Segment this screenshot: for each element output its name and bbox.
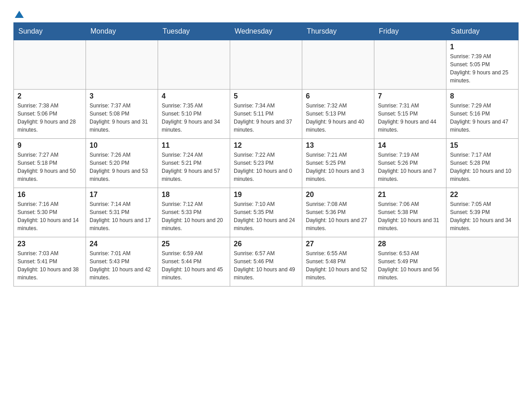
calendar-cell bbox=[374, 40, 446, 90]
calendar-cell: 16Sunrise: 7:16 AM Sunset: 5:30 PM Dayli… bbox=[14, 188, 86, 237]
calendar-cell: 2Sunrise: 7:38 AM Sunset: 5:06 PM Daylig… bbox=[14, 90, 86, 139]
calendar-cell: 14Sunrise: 7:19 AM Sunset: 5:26 PM Dayli… bbox=[374, 139, 446, 188]
day-info: Sunrise: 7:08 AM Sunset: 5:36 PM Dayligh… bbox=[306, 200, 370, 232]
calendar-cell: 18Sunrise: 7:12 AM Sunset: 5:33 PM Dayli… bbox=[158, 188, 230, 237]
col-header-saturday: Saturday bbox=[446, 23, 519, 40]
day-info: Sunrise: 7:31 AM Sunset: 5:15 PM Dayligh… bbox=[378, 102, 442, 134]
calendar-cell: 1Sunrise: 7:39 AM Sunset: 5:05 PM Daylig… bbox=[446, 40, 519, 90]
day-number: 20 bbox=[306, 191, 370, 199]
col-header-friday: Friday bbox=[374, 23, 446, 40]
calendar-cell: 17Sunrise: 7:14 AM Sunset: 5:31 PM Dayli… bbox=[86, 188, 158, 237]
day-info: Sunrise: 6:59 AM Sunset: 5:44 PM Dayligh… bbox=[162, 249, 226, 282]
day-number: 13 bbox=[306, 141, 370, 150]
day-number: 23 bbox=[17, 240, 82, 248]
calendar-table: SundayMondayTuesdayWednesdayThursdayFrid… bbox=[13, 22, 519, 287]
calendar-cell: 15Sunrise: 7:17 AM Sunset: 5:28 PM Dayli… bbox=[446, 139, 519, 188]
calendar-header-row: SundayMondayTuesdayWednesdayThursdayFrid… bbox=[14, 23, 519, 40]
day-info: Sunrise: 7:34 AM Sunset: 5:11 PM Dayligh… bbox=[234, 102, 298, 134]
calendar-cell: 25Sunrise: 6:59 AM Sunset: 5:44 PM Dayli… bbox=[158, 237, 230, 287]
day-info: Sunrise: 7:22 AM Sunset: 5:23 PM Dayligh… bbox=[234, 151, 298, 183]
day-info: Sunrise: 7:01 AM Sunset: 5:43 PM Dayligh… bbox=[90, 249, 154, 282]
day-number: 7 bbox=[378, 92, 442, 100]
calendar-cell bbox=[302, 40, 374, 90]
day-number: 18 bbox=[162, 191, 226, 199]
day-number: 3 bbox=[90, 92, 154, 100]
day-number: 17 bbox=[90, 191, 154, 199]
calendar-cell bbox=[158, 40, 230, 90]
day-number: 15 bbox=[450, 141, 515, 150]
calendar-cell: 22Sunrise: 7:05 AM Sunset: 5:39 PM Dayli… bbox=[446, 188, 519, 237]
day-info: Sunrise: 6:57 AM Sunset: 5:46 PM Dayligh… bbox=[234, 249, 298, 282]
day-info: Sunrise: 7:10 AM Sunset: 5:35 PM Dayligh… bbox=[234, 200, 298, 232]
day-info: Sunrise: 7:26 AM Sunset: 5:20 PM Dayligh… bbox=[90, 151, 154, 183]
calendar-cell: 7Sunrise: 7:31 AM Sunset: 5:15 PM Daylig… bbox=[374, 90, 446, 139]
calendar-cell: 27Sunrise: 6:55 AM Sunset: 5:48 PM Dayli… bbox=[302, 237, 374, 287]
calendar-cell: 9Sunrise: 7:27 AM Sunset: 5:18 PM Daylig… bbox=[14, 139, 86, 188]
day-info: Sunrise: 7:16 AM Sunset: 5:30 PM Dayligh… bbox=[17, 200, 82, 232]
day-number: 14 bbox=[378, 141, 442, 150]
day-info: Sunrise: 7:29 AM Sunset: 5:16 PM Dayligh… bbox=[450, 102, 515, 134]
calendar-cell: 19Sunrise: 7:10 AM Sunset: 5:35 PM Dayli… bbox=[230, 188, 302, 237]
col-header-tuesday: Tuesday bbox=[158, 23, 230, 40]
day-number: 22 bbox=[450, 191, 515, 199]
day-info: Sunrise: 7:24 AM Sunset: 5:21 PM Dayligh… bbox=[162, 151, 226, 183]
day-info: Sunrise: 7:03 AM Sunset: 5:41 PM Dayligh… bbox=[17, 249, 82, 282]
day-info: Sunrise: 7:06 AM Sunset: 5:38 PM Dayligh… bbox=[378, 200, 442, 232]
calendar-cell: 6Sunrise: 7:32 AM Sunset: 5:13 PM Daylig… bbox=[302, 90, 374, 139]
calendar-cell: 8Sunrise: 7:29 AM Sunset: 5:16 PM Daylig… bbox=[446, 90, 519, 139]
col-header-thursday: Thursday bbox=[302, 23, 374, 40]
day-info: Sunrise: 7:05 AM Sunset: 5:39 PM Dayligh… bbox=[450, 200, 515, 232]
calendar-cell: 28Sunrise: 6:53 AM Sunset: 5:49 PM Dayli… bbox=[374, 237, 446, 287]
calendar-cell bbox=[230, 40, 302, 90]
col-header-sunday: Sunday bbox=[14, 23, 86, 40]
day-info: Sunrise: 7:14 AM Sunset: 5:31 PM Dayligh… bbox=[90, 200, 154, 232]
page-header bbox=[13, 9, 519, 18]
day-number: 27 bbox=[306, 240, 370, 248]
day-number: 6 bbox=[306, 92, 370, 100]
day-info: Sunrise: 7:27 AM Sunset: 5:18 PM Dayligh… bbox=[17, 151, 82, 183]
calendar-cell bbox=[86, 40, 158, 90]
day-number: 24 bbox=[90, 240, 154, 248]
day-info: Sunrise: 7:39 AM Sunset: 5:05 PM Dayligh… bbox=[450, 52, 515, 85]
day-number: 16 bbox=[17, 191, 82, 199]
day-number: 26 bbox=[234, 240, 298, 248]
col-header-monday: Monday bbox=[86, 23, 158, 40]
day-number: 1 bbox=[450, 43, 515, 51]
day-info: Sunrise: 7:19 AM Sunset: 5:26 PM Dayligh… bbox=[378, 151, 442, 183]
day-number: 11 bbox=[162, 141, 226, 150]
day-number: 8 bbox=[450, 92, 515, 100]
day-info: Sunrise: 7:17 AM Sunset: 5:28 PM Dayligh… bbox=[450, 151, 515, 183]
day-number: 21 bbox=[378, 191, 442, 199]
calendar-cell: 12Sunrise: 7:22 AM Sunset: 5:23 PM Dayli… bbox=[230, 139, 302, 188]
day-number: 2 bbox=[17, 92, 82, 100]
svg-marker-0 bbox=[15, 11, 24, 18]
day-info: Sunrise: 7:35 AM Sunset: 5:10 PM Dayligh… bbox=[162, 102, 226, 134]
calendar-week-row: 1Sunrise: 7:39 AM Sunset: 5:05 PM Daylig… bbox=[14, 40, 519, 90]
day-number: 12 bbox=[234, 141, 298, 150]
calendar-cell: 4Sunrise: 7:35 AM Sunset: 5:10 PM Daylig… bbox=[158, 90, 230, 139]
day-number: 10 bbox=[90, 141, 154, 150]
logo bbox=[13, 9, 24, 18]
day-info: Sunrise: 7:12 AM Sunset: 5:33 PM Dayligh… bbox=[162, 200, 226, 232]
col-header-wednesday: Wednesday bbox=[230, 23, 302, 40]
calendar-week-row: 23Sunrise: 7:03 AM Sunset: 5:41 PM Dayli… bbox=[14, 237, 519, 287]
calendar-cell: 10Sunrise: 7:26 AM Sunset: 5:20 PM Dayli… bbox=[86, 139, 158, 188]
calendar-cell: 3Sunrise: 7:37 AM Sunset: 5:08 PM Daylig… bbox=[86, 90, 158, 139]
calendar-week-row: 16Sunrise: 7:16 AM Sunset: 5:30 PM Dayli… bbox=[14, 188, 519, 237]
calendar-cell bbox=[446, 237, 519, 287]
day-number: 9 bbox=[17, 141, 82, 150]
calendar-cell: 11Sunrise: 7:24 AM Sunset: 5:21 PM Dayli… bbox=[158, 139, 230, 188]
day-info: Sunrise: 7:32 AM Sunset: 5:13 PM Dayligh… bbox=[306, 102, 370, 134]
day-info: Sunrise: 7:37 AM Sunset: 5:08 PM Dayligh… bbox=[90, 102, 154, 134]
calendar-week-row: 2Sunrise: 7:38 AM Sunset: 5:06 PM Daylig… bbox=[14, 90, 519, 139]
day-info: Sunrise: 7:38 AM Sunset: 5:06 PM Dayligh… bbox=[17, 102, 82, 134]
calendar-cell: 23Sunrise: 7:03 AM Sunset: 5:41 PM Dayli… bbox=[14, 237, 86, 287]
day-number: 25 bbox=[162, 240, 226, 248]
calendar-cell: 13Sunrise: 7:21 AM Sunset: 5:25 PM Dayli… bbox=[302, 139, 374, 188]
calendar-cell: 5Sunrise: 7:34 AM Sunset: 5:11 PM Daylig… bbox=[230, 90, 302, 139]
logo-triangle-icon bbox=[15, 10, 24, 19]
day-info: Sunrise: 6:53 AM Sunset: 5:49 PM Dayligh… bbox=[378, 249, 442, 282]
calendar-cell bbox=[14, 40, 86, 90]
day-number: 4 bbox=[162, 92, 226, 100]
calendar-cell: 24Sunrise: 7:01 AM Sunset: 5:43 PM Dayli… bbox=[86, 237, 158, 287]
